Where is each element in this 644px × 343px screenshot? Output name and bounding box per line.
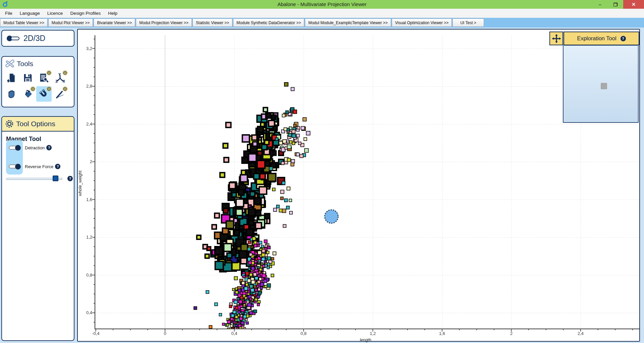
y-axis-title: whole_weight <box>78 160 83 207</box>
menu-item-licence[interactable]: Licence <box>44 9 67 17</box>
y-tick-label: 0,4 <box>79 310 92 315</box>
tab-module-synthetic-datagenerator[interactable]: Module Synthetic DataGenerator >> <box>233 18 304 27</box>
tab-visual-optimization-viewer[interactable]: Visual Optimization Viewer >> <box>392 18 452 27</box>
x-tick-label: 1,6 <box>435 331 449 336</box>
x-tick-label: 1,2 <box>366 331 380 336</box>
new-file-tool-button[interactable] <box>4 70 19 86</box>
window-title: Abalone - Multivariate Projection Viewer <box>0 1 644 7</box>
minimize-button[interactable]: – <box>592 0 608 9</box>
tab-bivariate-viewer[interactable]: Bivariate Viewer >> <box>94 18 135 27</box>
tool-options-title: Tool Options <box>16 120 55 128</box>
tool-options-gear-icon <box>5 119 14 129</box>
save-icon <box>23 73 33 83</box>
exploration-move-handle[interactable] <box>549 32 563 45</box>
x-tick-label: 2 <box>504 331 519 336</box>
2d3d-toggle-panel[interactable]: 2D/3D <box>1 30 74 47</box>
title-bar: Abalone - Multivariate Projection Viewer… <box>0 0 644 9</box>
menu-bar: FileLanguageLicenceDesign ProfilesHelp <box>0 9 644 18</box>
reverse-force-toggle-knob <box>15 164 21 169</box>
tab-modul-plot-viewer[interactable]: Modul Plot Viewer >> <box>48 18 93 27</box>
scatter-plot-canvas[interactable] <box>78 30 639 341</box>
new-file-icon <box>7 73 17 83</box>
axes-3d-settings-tool-button[interactable]: Y Z X <box>52 70 68 86</box>
menu-item-language[interactable]: Language <box>16 9 44 17</box>
detraction-toggle-knob <box>15 145 21 151</box>
exploration-minimap[interactable] <box>563 45 639 123</box>
gear-icon <box>46 70 52 76</box>
module-tab-bar: Modul Table Viewer >>Modul Plot Viewer >… <box>0 18 644 28</box>
pan-hand-tool-button[interactable] <box>4 86 19 102</box>
gear-icon <box>46 86 52 92</box>
svg-text:Y: Y <box>58 73 61 77</box>
tools-header-icon <box>5 59 15 69</box>
slider-help-icon[interactable]: ? <box>67 176 73 181</box>
tool-grid: Y Z X <box>2 69 74 103</box>
tab-modul-table-viewer[interactable]: Modul Table Viewer >> <box>0 18 48 27</box>
reverse-force-label: Reverse Force <box>25 164 53 169</box>
detraction-help-icon[interactable]: ? <box>46 145 52 150</box>
gear-icon <box>62 86 68 92</box>
detraction-label: Detraction <box>25 145 45 150</box>
minimap-viewport-handle[interactable] <box>601 83 607 89</box>
restore-icon <box>613 3 618 6</box>
detraction-toggle[interactable] <box>9 145 21 150</box>
tools-panel-title: Tools <box>17 60 33 68</box>
gear-icon <box>30 86 36 92</box>
y-tick-label: 0,8 <box>79 273 92 278</box>
menu-item-design-profiles[interactable]: Design Profiles <box>66 9 104 17</box>
exploration-tool-title: Exploration Tool <box>577 35 616 42</box>
menu-item-file[interactable]: File <box>1 9 16 17</box>
slider-handle[interactable] <box>53 176 58 181</box>
exploration-tool-header[interactable]: Exploration Tool ? <box>564 32 639 45</box>
x-axis-title: length <box>345 338 386 342</box>
tab-modul-module-examplictemplate-viewer[interactable]: Modul Module_ExamplicTemplate Viewer >> <box>305 18 391 27</box>
y-tick-label: 1,2 <box>79 235 92 240</box>
tab-statistic-viewer[interactable]: Statistic Viewer >> <box>193 18 232 27</box>
reverse-force-help-icon[interactable]: ? <box>55 164 60 169</box>
plot-area: -0,400,40,81,21,622,40,40,81,21,622,42,8… <box>77 29 640 342</box>
pan-hand-icon <box>7 89 17 99</box>
tab-ui-test[interactable]: UI Test > <box>452 18 484 27</box>
tab-modul-projection-viewer[interactable]: Modul Projection Viewer >> <box>136 18 192 27</box>
tools-panel: Tools <box>1 56 74 107</box>
close-icon: ✕ <box>632 2 636 7</box>
report-settings-tool-button[interactable] <box>36 70 52 86</box>
app-window: Abalone - Multivariate Projection Viewer… <box>0 0 644 343</box>
x-tick-label: -0,4 <box>89 331 103 336</box>
2d3d-toggle-track[interactable] <box>11 37 19 40</box>
x-tick-label: 0 <box>158 331 172 336</box>
gear-icon <box>62 70 68 76</box>
tool-options-panel: Tool Options Magnet Tool Detraction ? Re… <box>1 116 74 341</box>
pen-settings-tool-button[interactable] <box>52 86 68 102</box>
x-tick-label: 0,4 <box>227 331 242 336</box>
y-tick-label: 2,4 <box>79 121 92 127</box>
menu-item-help[interactable]: Help <box>104 9 121 17</box>
y-tick-label: 3,2 <box>79 46 92 51</box>
restore-button[interactable] <box>608 0 623 9</box>
y-tick-label: 2,8 <box>79 84 92 89</box>
exploration-help-icon[interactable]: ? <box>621 36 626 41</box>
x-tick-label: 2,4 <box>573 331 588 336</box>
x-tick-label: 0,8 <box>296 331 311 336</box>
reverse-force-toggle[interactable] <box>9 164 21 169</box>
2d3d-label: 2D/3D <box>23 34 45 43</box>
minimize-icon: – <box>599 2 601 7</box>
close-button[interactable]: ✕ <box>623 0 644 9</box>
tag-settings-tool-button[interactable] <box>20 86 36 102</box>
magnet-strength-slider[interactable]: ? <box>6 175 72 182</box>
save-tool-button[interactable] <box>20 70 36 86</box>
magnet-settings-tool-button[interactable] <box>36 86 52 102</box>
move-icon <box>552 34 561 43</box>
svg-text:Z: Z <box>55 80 58 83</box>
svg-text:X: X <box>63 80 65 83</box>
